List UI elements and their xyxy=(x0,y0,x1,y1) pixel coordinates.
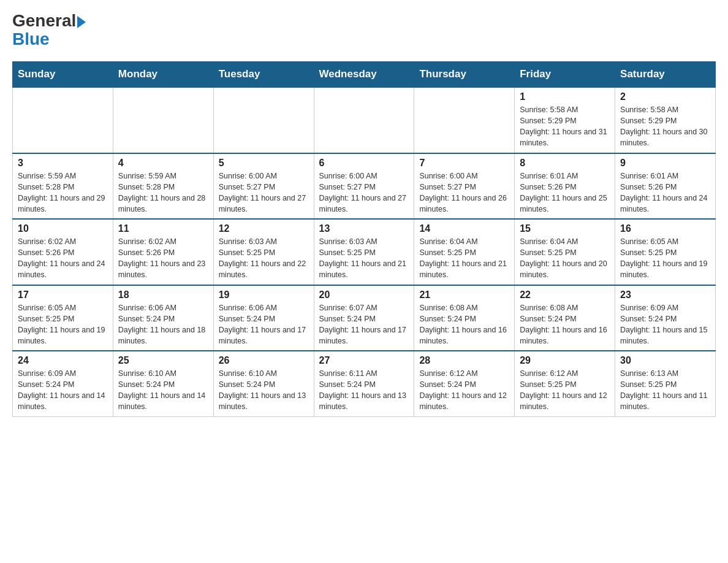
day-number: 13 xyxy=(319,223,409,234)
calendar-day-cell: 11Sunrise: 6:02 AM Sunset: 5:26 PM Dayli… xyxy=(113,219,213,285)
calendar-day-cell: 19Sunrise: 6:06 AM Sunset: 5:24 PM Dayli… xyxy=(213,285,314,351)
day-info: Sunrise: 6:05 AM Sunset: 5:25 PM Dayligh… xyxy=(620,236,710,281)
day-info: Sunrise: 6:09 AM Sunset: 5:24 PM Dayligh… xyxy=(620,302,710,347)
day-number: 16 xyxy=(620,223,710,234)
calendar-day-cell: 15Sunrise: 6:04 AM Sunset: 5:25 PM Dayli… xyxy=(515,219,615,285)
calendar-day-cell: 6Sunrise: 6:00 AM Sunset: 5:27 PM Daylig… xyxy=(314,153,414,220)
calendar-day-cell: 10Sunrise: 6:02 AM Sunset: 5:26 PM Dayli… xyxy=(13,219,113,285)
calendar-week-row: 24Sunrise: 6:09 AM Sunset: 5:24 PM Dayli… xyxy=(13,351,716,416)
day-number: 7 xyxy=(419,158,509,169)
calendar-day-cell: 13Sunrise: 6:03 AM Sunset: 5:25 PM Dayli… xyxy=(314,219,414,285)
logo-general-text: General xyxy=(12,12,86,29)
day-info: Sunrise: 6:08 AM Sunset: 5:24 PM Dayligh… xyxy=(419,302,509,347)
day-of-week-header: Wednesday xyxy=(314,62,414,88)
calendar-day-cell: 9Sunrise: 6:01 AM Sunset: 5:26 PM Daylig… xyxy=(615,153,716,220)
day-number: 18 xyxy=(118,289,208,301)
day-number: 11 xyxy=(118,223,208,234)
day-number: 29 xyxy=(520,355,610,366)
day-number: 1 xyxy=(520,91,610,102)
calendar-week-row: 10Sunrise: 6:02 AM Sunset: 5:26 PM Dayli… xyxy=(13,219,716,285)
day-number: 26 xyxy=(219,355,309,366)
day-info: Sunrise: 5:59 AM Sunset: 5:28 PM Dayligh… xyxy=(118,170,208,215)
calendar-table: SundayMondayTuesdayWednesdayThursdayFrid… xyxy=(12,61,716,417)
day-of-week-header: Monday xyxy=(113,62,213,88)
day-number: 3 xyxy=(18,158,108,169)
day-info: Sunrise: 5:59 AM Sunset: 5:28 PM Dayligh… xyxy=(18,170,108,215)
logo-arrow-icon xyxy=(77,16,86,28)
day-info: Sunrise: 6:01 AM Sunset: 5:26 PM Dayligh… xyxy=(520,170,610,215)
day-info: Sunrise: 6:11 AM Sunset: 5:24 PM Dayligh… xyxy=(319,368,409,413)
day-info: Sunrise: 6:00 AM Sunset: 5:27 PM Dayligh… xyxy=(319,170,409,215)
calendar-day-cell: 14Sunrise: 6:04 AM Sunset: 5:25 PM Dayli… xyxy=(414,219,515,285)
calendar-day-cell: 17Sunrise: 6:05 AM Sunset: 5:25 PM Dayli… xyxy=(13,285,113,351)
day-number: 15 xyxy=(520,223,610,234)
day-info: Sunrise: 6:03 AM Sunset: 5:25 PM Dayligh… xyxy=(319,236,409,281)
day-info: Sunrise: 6:10 AM Sunset: 5:24 PM Dayligh… xyxy=(219,368,309,413)
calendar-day-cell: 27Sunrise: 6:11 AM Sunset: 5:24 PM Dayli… xyxy=(314,351,414,416)
day-number: 5 xyxy=(219,158,309,169)
calendar-header-row: SundayMondayTuesdayWednesdayThursdayFrid… xyxy=(13,62,716,88)
calendar-day-cell: 23Sunrise: 6:09 AM Sunset: 5:24 PM Dayli… xyxy=(615,285,716,351)
day-info: Sunrise: 6:06 AM Sunset: 5:24 PM Dayligh… xyxy=(219,302,309,347)
day-of-week-header: Sunday xyxy=(13,62,113,88)
calendar-day-cell: 2Sunrise: 5:58 AM Sunset: 5:29 PM Daylig… xyxy=(615,87,716,153)
day-info: Sunrise: 6:01 AM Sunset: 5:26 PM Dayligh… xyxy=(620,170,710,215)
day-info: Sunrise: 6:09 AM Sunset: 5:24 PM Dayligh… xyxy=(18,368,108,413)
page-header: General Blue xyxy=(12,12,716,49)
day-info: Sunrise: 6:05 AM Sunset: 5:25 PM Dayligh… xyxy=(18,302,108,347)
calendar-day-cell: 12Sunrise: 6:03 AM Sunset: 5:25 PM Dayli… xyxy=(213,219,314,285)
calendar-day-cell: 1Sunrise: 5:58 AM Sunset: 5:29 PM Daylig… xyxy=(515,87,615,153)
calendar-day-cell: 30Sunrise: 6:13 AM Sunset: 5:25 PM Dayli… xyxy=(615,351,716,416)
day-of-week-header: Friday xyxy=(515,62,615,88)
day-number: 8 xyxy=(520,158,610,169)
calendar-day-cell: 18Sunrise: 6:06 AM Sunset: 5:24 PM Dayli… xyxy=(113,285,213,351)
calendar-day-cell: 7Sunrise: 6:00 AM Sunset: 5:27 PM Daylig… xyxy=(414,153,515,220)
day-info: Sunrise: 6:00 AM Sunset: 5:27 PM Dayligh… xyxy=(419,170,509,215)
calendar-day-cell: 24Sunrise: 6:09 AM Sunset: 5:24 PM Dayli… xyxy=(13,351,113,416)
calendar-day-cell: 5Sunrise: 6:00 AM Sunset: 5:27 PM Daylig… xyxy=(213,153,314,220)
day-number: 27 xyxy=(319,355,409,366)
calendar-day-cell xyxy=(213,87,314,153)
calendar-day-cell: 4Sunrise: 5:59 AM Sunset: 5:28 PM Daylig… xyxy=(113,153,213,220)
day-info: Sunrise: 6:04 AM Sunset: 5:25 PM Dayligh… xyxy=(520,236,610,281)
logo-blue-text: Blue xyxy=(12,29,50,49)
day-number: 9 xyxy=(620,158,710,169)
day-of-week-header: Tuesday xyxy=(213,62,314,88)
day-info: Sunrise: 6:04 AM Sunset: 5:25 PM Dayligh… xyxy=(419,236,509,281)
calendar-day-cell: 16Sunrise: 6:05 AM Sunset: 5:25 PM Dayli… xyxy=(615,219,716,285)
day-number: 2 xyxy=(620,91,710,102)
day-number: 19 xyxy=(219,289,309,301)
day-number: 21 xyxy=(419,289,509,301)
day-number: 17 xyxy=(18,289,108,301)
day-number: 28 xyxy=(419,355,509,366)
calendar-day-cell: 28Sunrise: 6:12 AM Sunset: 5:24 PM Dayli… xyxy=(414,351,515,416)
day-number: 6 xyxy=(319,158,409,169)
calendar-day-cell: 26Sunrise: 6:10 AM Sunset: 5:24 PM Dayli… xyxy=(213,351,314,416)
day-number: 24 xyxy=(18,355,108,366)
calendar-week-row: 1Sunrise: 5:58 AM Sunset: 5:29 PM Daylig… xyxy=(13,87,716,153)
day-of-week-header: Saturday xyxy=(615,62,716,88)
day-of-week-header: Thursday xyxy=(414,62,515,88)
day-info: Sunrise: 6:02 AM Sunset: 5:26 PM Dayligh… xyxy=(118,236,208,281)
day-info: Sunrise: 6:08 AM Sunset: 5:24 PM Dayligh… xyxy=(520,302,610,347)
day-info: Sunrise: 6:10 AM Sunset: 5:24 PM Dayligh… xyxy=(118,368,208,413)
calendar-week-row: 17Sunrise: 6:05 AM Sunset: 5:25 PM Dayli… xyxy=(13,285,716,351)
day-number: 4 xyxy=(118,158,208,169)
calendar-day-cell: 20Sunrise: 6:07 AM Sunset: 5:24 PM Dayli… xyxy=(314,285,414,351)
calendar-day-cell: 25Sunrise: 6:10 AM Sunset: 5:24 PM Dayli… xyxy=(113,351,213,416)
calendar-day-cell: 22Sunrise: 6:08 AM Sunset: 5:24 PM Dayli… xyxy=(515,285,615,351)
day-number: 20 xyxy=(319,289,409,301)
day-info: Sunrise: 6:12 AM Sunset: 5:24 PM Dayligh… xyxy=(419,368,509,413)
day-info: Sunrise: 6:03 AM Sunset: 5:25 PM Dayligh… xyxy=(219,236,309,281)
calendar-day-cell: 3Sunrise: 5:59 AM Sunset: 5:28 PM Daylig… xyxy=(13,153,113,220)
day-number: 22 xyxy=(520,289,610,301)
day-info: Sunrise: 5:58 AM Sunset: 5:29 PM Dayligh… xyxy=(520,104,610,149)
calendar-day-cell xyxy=(13,87,113,153)
day-number: 25 xyxy=(118,355,208,366)
calendar-day-cell: 21Sunrise: 6:08 AM Sunset: 5:24 PM Dayli… xyxy=(414,285,515,351)
calendar-week-row: 3Sunrise: 5:59 AM Sunset: 5:28 PM Daylig… xyxy=(13,153,716,220)
day-number: 14 xyxy=(419,223,509,234)
logo: General Blue xyxy=(12,12,86,49)
calendar-day-cell xyxy=(314,87,414,153)
calendar-day-cell xyxy=(414,87,515,153)
